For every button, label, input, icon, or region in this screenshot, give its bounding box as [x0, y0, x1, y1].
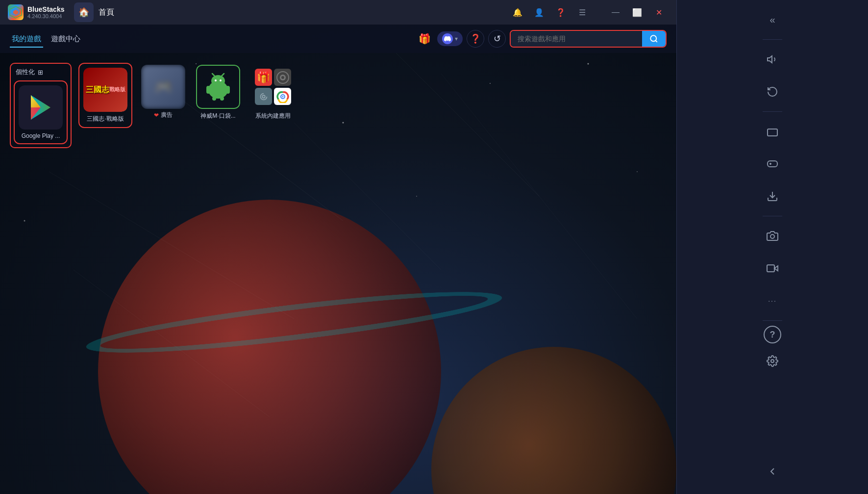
close-button[interactable]: ✕: [649, 2, 669, 22]
system-apps[interactable]: 🎁: [249, 63, 297, 122]
android-app-name: 神威M·口袋...: [200, 112, 235, 120]
svg-point-22: [637, 171, 638, 172]
svg-line-13: [392, 49, 539, 196]
sidebar-help-button[interactable]: ?: [764, 326, 781, 343]
sidebar-install-apk-button[interactable]: [758, 182, 787, 211]
bluestacks-logo-icon: [8, 4, 24, 20]
svg-line-34: [212, 74, 215, 76]
svg-rect-5: [768, 161, 777, 167]
blurred-app[interactable]: 🎮 ❤ 廣告: [139, 63, 187, 121]
user-button[interactable]: 👤: [529, 2, 549, 22]
app-toolbar: 我的遊戲 遊戲中心 🎁 ▾ ❓ ↺: [0, 25, 676, 53]
android-icon: [196, 65, 240, 109]
refresh-button[interactable]: ↺: [488, 30, 506, 48]
blurred-icon-wrapper: 🎮: [141, 65, 185, 109]
space-planet-brown: [431, 347, 676, 494]
svg-point-23: [24, 220, 25, 222]
app-version-label: 4.240.30.4004: [27, 13, 64, 19]
personalize-label: 個性化: [16, 68, 35, 77]
svg-point-7: [770, 234, 774, 238]
tab-my-games[interactable]: 我的遊戲: [10, 30, 43, 48]
discord-icon: [442, 33, 453, 44]
tab-game-center[interactable]: 遊戲中心: [49, 30, 82, 48]
system-apps-card-wrapper: 🎁: [249, 63, 297, 122]
bell-button[interactable]: 🔔: [508, 2, 527, 22]
svg-rect-38: [212, 97, 216, 101]
settings-app-icon: [255, 88, 272, 105]
home-button[interactable]: 🏠: [74, 2, 94, 22]
gift-button[interactable]: 🎁: [416, 30, 433, 48]
svg-point-43: [262, 95, 265, 98]
svg-line-16: [441, 74, 637, 319]
svg-point-33: [220, 79, 222, 81]
app-logo: BlueStacks 4.240.30.4004: [8, 4, 64, 20]
sidebar-more-button[interactable]: ···: [758, 286, 787, 315]
svg-point-25: [650, 35, 656, 41]
toolbar-help-button[interactable]: ❓: [467, 30, 484, 48]
lens-app-icon: [274, 69, 291, 86]
blurred-icon: 🎮: [141, 65, 185, 109]
personalize-section: 個性化 ⊞: [10, 63, 72, 148]
android-icon-wrapper: [196, 65, 240, 109]
ad-label: ❤ 廣告: [154, 111, 173, 119]
svg-marker-8: [774, 266, 778, 271]
svg-rect-37: [226, 86, 230, 94]
app-name-group: BlueStacks 4.240.30.4004: [27, 5, 64, 19]
system-icon: 🎁: [251, 65, 295, 109]
sanguo-card-border: 三國志 戰略版 三國志·戰略版: [78, 63, 132, 128]
svg-point-47: [282, 96, 283, 97]
system-icon-wrapper: 🎁: [251, 65, 295, 109]
svg-marker-3: [768, 56, 772, 63]
sidebar-back-button[interactable]: [758, 457, 787, 486]
sidebar-settings-button[interactable]: [758, 346, 787, 376]
svg-point-10: [771, 360, 774, 363]
google-play-app[interactable]: Google Play ...: [17, 83, 65, 141]
svg-point-32: [215, 79, 217, 81]
sidebar-keyboard-button[interactable]: [758, 117, 787, 146]
sidebar-screenshot-button[interactable]: [758, 221, 787, 251]
svg-point-31: [211, 75, 225, 87]
app-name-label: BlueStacks: [27, 5, 64, 13]
menu-button[interactable]: ☰: [572, 2, 592, 22]
svg-rect-39: [220, 97, 224, 101]
svg-rect-9: [767, 265, 774, 272]
android-app[interactable]: 神威M·口袋...: [194, 63, 242, 122]
ad-text: 廣告: [161, 111, 173, 119]
toolbar-right: 🎁 ▾ ❓ ↺: [416, 30, 667, 48]
page-title: 首頁: [99, 7, 114, 18]
minimize-button[interactable]: —: [606, 2, 625, 22]
home-icon: 🏠: [78, 7, 89, 18]
personalize-grid-icon[interactable]: ⊞: [38, 69, 43, 76]
sidebar-divider-2: [763, 111, 782, 112]
google-play-card-border: Google Play ...: [14, 80, 68, 144]
svg-point-42: [281, 76, 284, 79]
main-content: 我的遊戲 遊戲中心 🎁 ▾ ❓ ↺: [0, 25, 676, 494]
search-button[interactable]: [642, 31, 666, 47]
sidebar-gamepad-button[interactable]: [758, 149, 787, 179]
search-container: [510, 30, 667, 48]
svg-point-19: [343, 122, 344, 124]
chrome-app-icon: [274, 88, 291, 105]
sanguo-icon: 三國志 戰略版: [83, 68, 127, 112]
sidebar-rotate-button[interactable]: [758, 77, 787, 106]
sanguo-app[interactable]: 三國志 戰略版 三國志·戰略版: [81, 66, 129, 125]
android-app-card-wrapper: 神威M·口袋...: [194, 63, 242, 122]
restore-button[interactable]: ⬜: [627, 2, 647, 22]
sidebar-volume-button[interactable]: [758, 45, 787, 74]
right-sidebar: «: [676, 0, 868, 494]
sanguo-icon-wrapper: 三國志 戰略版: [83, 68, 127, 112]
sidebar-divider-4: [763, 320, 782, 321]
svg-point-20: [490, 83, 491, 84]
ad-heart-icon: ❤: [154, 112, 159, 119]
sidebar-record-button[interactable]: [758, 254, 787, 283]
blurred-app-card-wrapper: 🎮 ❤ 廣告: [139, 63, 187, 121]
discord-button[interactable]: ▾: [437, 31, 463, 46]
help-button[interactable]: ❓: [551, 2, 570, 22]
google-play-icon: [19, 85, 63, 130]
system-apps-name: 系統內建應用: [255, 112, 291, 120]
svg-rect-36: [206, 86, 210, 94]
svg-point-24: [416, 196, 417, 197]
search-input[interactable]: [511, 31, 642, 47]
discord-dropdown-icon: ▾: [455, 35, 458, 42]
sidebar-expand-button[interactable]: «: [758, 5, 787, 34]
